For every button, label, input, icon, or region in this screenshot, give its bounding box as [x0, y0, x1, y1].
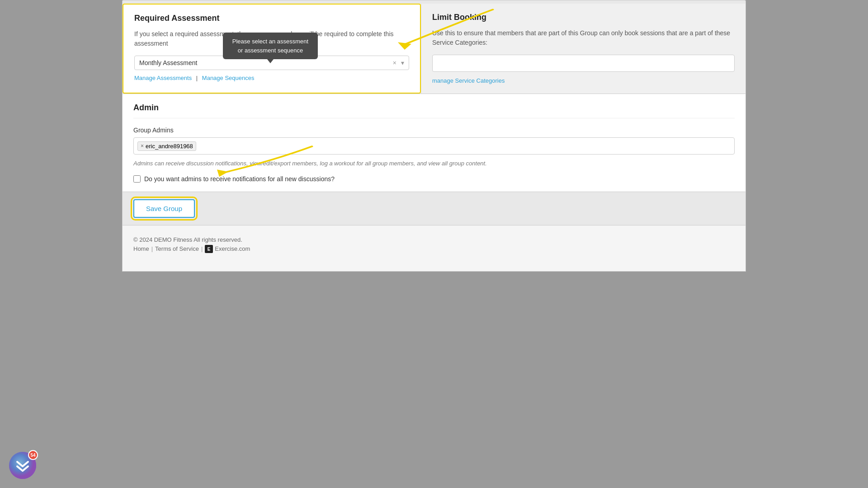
footer-exercise-link[interactable]: Exercise.com — [215, 245, 250, 252]
admin-title: Admin — [133, 103, 735, 118]
admin-section: Admin Group Admins × eric_andre891968 Ad… — [122, 94, 746, 192]
main-content-area: Required Assessment Please select an ass… — [122, 4, 746, 272]
tooltip-text: Please select an assessment or assessmen… — [232, 38, 308, 54]
admin-note: Admins can receive discussion notificati… — [133, 159, 735, 168]
manage-sequences-link[interactable]: Manage Sequences — [202, 75, 255, 81]
footer-terms-link[interactable]: Terms of Service — [155, 245, 199, 252]
limit-booking-section: Limit Booking Use this to ensure that me… — [421, 4, 745, 94]
manage-assessments-link[interactable]: Manage Assessments — [134, 75, 192, 81]
save-group-button[interactable]: Save Group — [133, 199, 195, 218]
footer-exercise-logo: E Exercise.com — [205, 245, 250, 253]
selected-assessment-value: Monthly Assessment — [139, 59, 197, 66]
select-controls[interactable]: × ▾ — [393, 59, 404, 66]
tag-value: eric_andre891968 — [146, 143, 193, 150]
footer-links-row: Home | Terms of Service | E Exercise.com — [133, 245, 735, 253]
partial-top-bar — [122, 0, 746, 4]
limit-booking-title: Limit Booking — [432, 13, 735, 22]
required-assessment-section: Required Assessment Please select an ass… — [123, 4, 421, 94]
service-categories-input[interactable] — [432, 55, 735, 72]
clear-selection-button[interactable]: × — [393, 59, 396, 66]
tag-remove-button[interactable]: × — [141, 143, 144, 149]
dropdown-arrow-icon[interactable]: ▾ — [401, 59, 404, 66]
save-button-row: Save Group — [122, 192, 746, 225]
svg-text:E: E — [208, 247, 211, 252]
group-admins-label: Group Admins — [133, 127, 735, 134]
page-outer: Required Assessment Please select an ass… — [0, 0, 868, 488]
exercise-logo-icon: E — [205, 245, 213, 253]
app-icon-badge: 54 — [28, 450, 38, 460]
footer-copyright: © 2024 DEMO Fitness All rights reserved. — [133, 236, 735, 243]
assessment-tooltip: Please select an assessment or assessmen… — [223, 33, 318, 59]
manage-links: Manage Assessments | Manage Sequences — [134, 75, 409, 81]
footer-home-link[interactable]: Home — [133, 245, 149, 252]
group-admins-input[interactable]: × eric_andre891968 — [133, 137, 735, 155]
limit-booking-description: Use this to ensure that members that are… — [432, 28, 735, 47]
footer-separator-1: | — [151, 245, 153, 252]
manage-service-categories-link[interactable]: manage Service Categories — [432, 77, 505, 84]
checkbox-row[interactable]: Do you want admins to receive notificati… — [133, 175, 735, 183]
top-row: Required Assessment Please select an ass… — [122, 4, 746, 94]
footer-separator-2: | — [201, 245, 203, 252]
footer: © 2024 DEMO Fitness All rights reserved.… — [122, 225, 746, 272]
app-icon-container[interactable]: 54 — [9, 452, 36, 479]
app-icon: 54 — [9, 452, 36, 479]
required-assessment-title: Required Assessment — [134, 14, 409, 23]
link-separator: | — [196, 75, 198, 81]
notifications-label: Do you want admins to receive notificati… — [144, 175, 335, 183]
admin-tag: × eric_andre891968 — [137, 141, 196, 151]
notifications-checkbox[interactable] — [133, 175, 141, 183]
